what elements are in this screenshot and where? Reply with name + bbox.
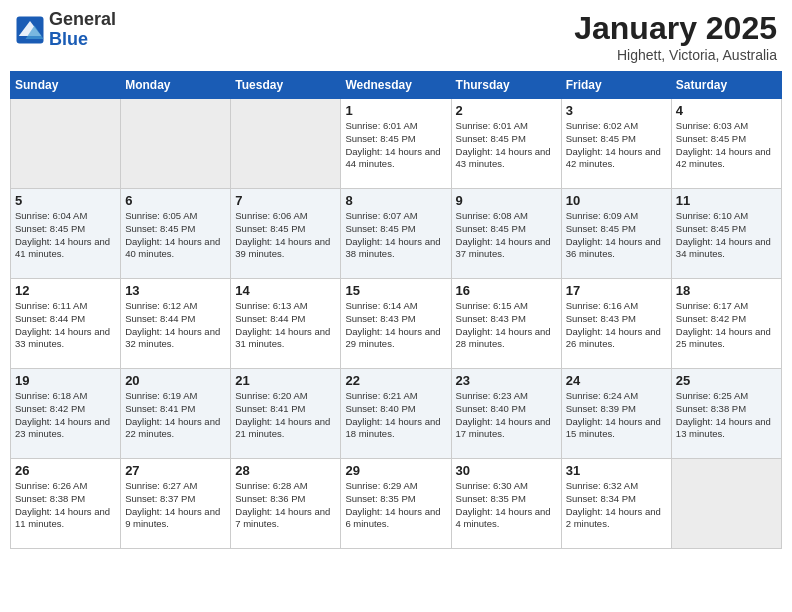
calendar-day-cell: 10Sunrise: 6:09 AMSunset: 8:45 PMDayligh… — [561, 189, 671, 279]
calendar-day-cell: 8Sunrise: 6:07 AMSunset: 8:45 PMDaylight… — [341, 189, 451, 279]
calendar-day-cell: 20Sunrise: 6:19 AMSunset: 8:41 PMDayligh… — [121, 369, 231, 459]
calendar-day-cell: 15Sunrise: 6:14 AMSunset: 8:43 PMDayligh… — [341, 279, 451, 369]
calendar-day-cell: 19Sunrise: 6:18 AMSunset: 8:42 PMDayligh… — [11, 369, 121, 459]
calendar-day-cell: 21Sunrise: 6:20 AMSunset: 8:41 PMDayligh… — [231, 369, 341, 459]
day-number: 8 — [345, 193, 446, 208]
day-info: Sunrise: 6:03 AMSunset: 8:45 PMDaylight:… — [676, 120, 777, 171]
day-info: Sunrise: 6:07 AMSunset: 8:45 PMDaylight:… — [345, 210, 446, 261]
weekday-header-wednesday: Wednesday — [341, 72, 451, 99]
day-info: Sunrise: 6:04 AMSunset: 8:45 PMDaylight:… — [15, 210, 116, 261]
logo-icon — [15, 15, 45, 45]
calendar-day-cell: 28Sunrise: 6:28 AMSunset: 8:36 PMDayligh… — [231, 459, 341, 549]
day-info: Sunrise: 6:27 AMSunset: 8:37 PMDaylight:… — [125, 480, 226, 531]
calendar-day-cell: 6Sunrise: 6:05 AMSunset: 8:45 PMDaylight… — [121, 189, 231, 279]
day-info: Sunrise: 6:06 AMSunset: 8:45 PMDaylight:… — [235, 210, 336, 261]
calendar-day-cell: 17Sunrise: 6:16 AMSunset: 8:43 PMDayligh… — [561, 279, 671, 369]
calendar-day-cell: 18Sunrise: 6:17 AMSunset: 8:42 PMDayligh… — [671, 279, 781, 369]
day-info: Sunrise: 6:17 AMSunset: 8:42 PMDaylight:… — [676, 300, 777, 351]
calendar-day-cell — [11, 99, 121, 189]
day-info: Sunrise: 6:15 AMSunset: 8:43 PMDaylight:… — [456, 300, 557, 351]
weekday-header-sunday: Sunday — [11, 72, 121, 99]
day-number: 5 — [15, 193, 116, 208]
day-number: 16 — [456, 283, 557, 298]
day-number: 11 — [676, 193, 777, 208]
day-info: Sunrise: 6:21 AMSunset: 8:40 PMDaylight:… — [345, 390, 446, 441]
day-number: 30 — [456, 463, 557, 478]
day-info: Sunrise: 6:26 AMSunset: 8:38 PMDaylight:… — [15, 480, 116, 531]
weekday-header-monday: Monday — [121, 72, 231, 99]
calendar-day-cell: 9Sunrise: 6:08 AMSunset: 8:45 PMDaylight… — [451, 189, 561, 279]
day-info: Sunrise: 6:29 AMSunset: 8:35 PMDaylight:… — [345, 480, 446, 531]
day-number: 23 — [456, 373, 557, 388]
day-number: 28 — [235, 463, 336, 478]
calendar-day-cell: 31Sunrise: 6:32 AMSunset: 8:34 PMDayligh… — [561, 459, 671, 549]
day-info: Sunrise: 6:12 AMSunset: 8:44 PMDaylight:… — [125, 300, 226, 351]
day-number: 9 — [456, 193, 557, 208]
day-info: Sunrise: 6:30 AMSunset: 8:35 PMDaylight:… — [456, 480, 557, 531]
day-number: 2 — [456, 103, 557, 118]
weekday-header-row: SundayMondayTuesdayWednesdayThursdayFrid… — [11, 72, 782, 99]
day-info: Sunrise: 6:25 AMSunset: 8:38 PMDaylight:… — [676, 390, 777, 441]
calendar-day-cell: 4Sunrise: 6:03 AMSunset: 8:45 PMDaylight… — [671, 99, 781, 189]
calendar-day-cell: 14Sunrise: 6:13 AMSunset: 8:44 PMDayligh… — [231, 279, 341, 369]
calendar-day-cell: 3Sunrise: 6:02 AMSunset: 8:45 PMDaylight… — [561, 99, 671, 189]
day-number: 18 — [676, 283, 777, 298]
day-info: Sunrise: 6:08 AMSunset: 8:45 PMDaylight:… — [456, 210, 557, 261]
day-info: Sunrise: 6:32 AMSunset: 8:34 PMDaylight:… — [566, 480, 667, 531]
page-header: General Blue January 2025 Highett, Victo… — [10, 10, 782, 63]
calendar-day-cell: 29Sunrise: 6:29 AMSunset: 8:35 PMDayligh… — [341, 459, 451, 549]
day-number: 21 — [235, 373, 336, 388]
day-number: 15 — [345, 283, 446, 298]
calendar-day-cell — [231, 99, 341, 189]
day-number: 19 — [15, 373, 116, 388]
calendar-day-cell — [121, 99, 231, 189]
calendar-week-row: 12Sunrise: 6:11 AMSunset: 8:44 PMDayligh… — [11, 279, 782, 369]
day-number: 4 — [676, 103, 777, 118]
day-info: Sunrise: 6:05 AMSunset: 8:45 PMDaylight:… — [125, 210, 226, 261]
calendar-day-cell: 16Sunrise: 6:15 AMSunset: 8:43 PMDayligh… — [451, 279, 561, 369]
day-info: Sunrise: 6:16 AMSunset: 8:43 PMDaylight:… — [566, 300, 667, 351]
day-number: 27 — [125, 463, 226, 478]
calendar-day-cell: 11Sunrise: 6:10 AMSunset: 8:45 PMDayligh… — [671, 189, 781, 279]
day-number: 25 — [676, 373, 777, 388]
day-info: Sunrise: 6:19 AMSunset: 8:41 PMDaylight:… — [125, 390, 226, 441]
month-title: January 2025 — [574, 10, 777, 47]
calendar-day-cell: 25Sunrise: 6:25 AMSunset: 8:38 PMDayligh… — [671, 369, 781, 459]
day-info: Sunrise: 6:18 AMSunset: 8:42 PMDaylight:… — [15, 390, 116, 441]
logo: General Blue — [15, 10, 116, 50]
logo-text: General Blue — [49, 10, 116, 50]
calendar-day-cell: 30Sunrise: 6:30 AMSunset: 8:35 PMDayligh… — [451, 459, 561, 549]
day-info: Sunrise: 6:01 AMSunset: 8:45 PMDaylight:… — [345, 120, 446, 171]
calendar-day-cell: 7Sunrise: 6:06 AMSunset: 8:45 PMDaylight… — [231, 189, 341, 279]
day-info: Sunrise: 6:13 AMSunset: 8:44 PMDaylight:… — [235, 300, 336, 351]
day-info: Sunrise: 6:10 AMSunset: 8:45 PMDaylight:… — [676, 210, 777, 261]
day-number: 10 — [566, 193, 667, 208]
calendar-day-cell: 5Sunrise: 6:04 AMSunset: 8:45 PMDaylight… — [11, 189, 121, 279]
calendar-day-cell: 1Sunrise: 6:01 AMSunset: 8:45 PMDaylight… — [341, 99, 451, 189]
weekday-header-thursday: Thursday — [451, 72, 561, 99]
weekday-header-saturday: Saturday — [671, 72, 781, 99]
day-number: 31 — [566, 463, 667, 478]
day-info: Sunrise: 6:24 AMSunset: 8:39 PMDaylight:… — [566, 390, 667, 441]
calendar-week-row: 26Sunrise: 6:26 AMSunset: 8:38 PMDayligh… — [11, 459, 782, 549]
weekday-header-tuesday: Tuesday — [231, 72, 341, 99]
calendar-week-row: 5Sunrise: 6:04 AMSunset: 8:45 PMDaylight… — [11, 189, 782, 279]
calendar-day-cell: 2Sunrise: 6:01 AMSunset: 8:45 PMDaylight… — [451, 99, 561, 189]
day-number: 12 — [15, 283, 116, 298]
day-number: 20 — [125, 373, 226, 388]
calendar-day-cell: 23Sunrise: 6:23 AMSunset: 8:40 PMDayligh… — [451, 369, 561, 459]
day-number: 26 — [15, 463, 116, 478]
location: Highett, Victoria, Australia — [574, 47, 777, 63]
logo-general-text: General — [49, 10, 116, 30]
day-info: Sunrise: 6:02 AMSunset: 8:45 PMDaylight:… — [566, 120, 667, 171]
day-info: Sunrise: 6:28 AMSunset: 8:36 PMDaylight:… — [235, 480, 336, 531]
day-info: Sunrise: 6:11 AMSunset: 8:44 PMDaylight:… — [15, 300, 116, 351]
day-number: 1 — [345, 103, 446, 118]
day-number: 6 — [125, 193, 226, 208]
day-info: Sunrise: 6:23 AMSunset: 8:40 PMDaylight:… — [456, 390, 557, 441]
calendar-day-cell: 12Sunrise: 6:11 AMSunset: 8:44 PMDayligh… — [11, 279, 121, 369]
day-number: 13 — [125, 283, 226, 298]
calendar-day-cell: 24Sunrise: 6:24 AMSunset: 8:39 PMDayligh… — [561, 369, 671, 459]
calendar-week-row: 19Sunrise: 6:18 AMSunset: 8:42 PMDayligh… — [11, 369, 782, 459]
day-number: 14 — [235, 283, 336, 298]
